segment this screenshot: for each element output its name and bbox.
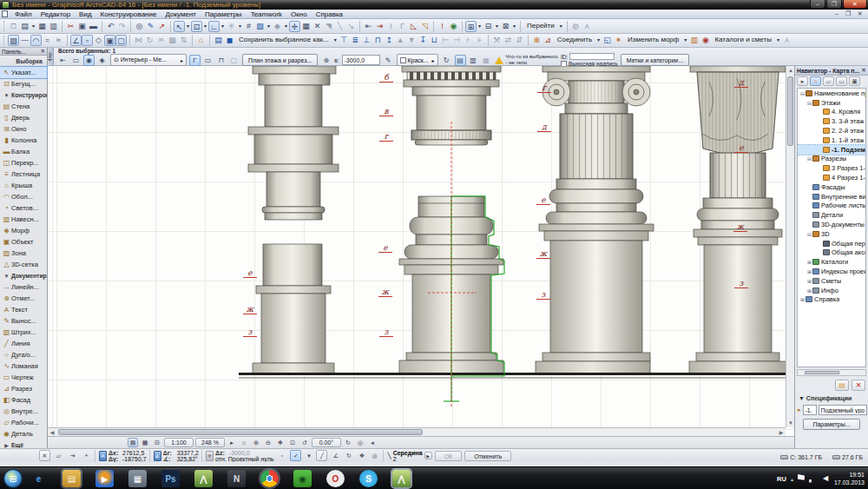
tree-item[interactable]: 3D-документы: [798, 220, 865, 229]
float-view[interactable]: ⊞: [465, 21, 477, 32]
sep1[interactable]: [62, 21, 62, 32]
distribute[interactable]: ⊓: [372, 35, 384, 46]
ok-button[interactable]: ОК: [435, 451, 463, 461]
toolbox-close-icon[interactable]: ✕: [41, 48, 45, 55]
action-center-icon[interactable]: [798, 474, 805, 483]
tracker-mini-button[interactable]: ▫: [276, 450, 287, 461]
angle-value[interactable]: 325,82°: [177, 456, 198, 462]
hotlink[interactable]: ⇵: [514, 35, 525, 46]
history-back[interactable]: ◂: [367, 438, 378, 447]
quick-options[interactable]: ⊟: [152, 438, 162, 447]
menu-item[interactable]: Окно: [286, 10, 312, 18]
toolbox-tool[interactable]: ▼ Конструиров: [0, 89, 47, 101]
tree-item[interactable]: 4. Кровля: [798, 108, 865, 117]
goto-arrow[interactable]: ▾: [558, 21, 564, 32]
scroll-right-icon[interactable]: ▶: [777, 428, 786, 436]
menu-item[interactable]: Teamwork: [247, 10, 286, 18]
toolbox-tool[interactable]: ✎ Вынос...: [0, 315, 47, 327]
prev-view[interactable]: ⇤: [363, 21, 374, 32]
tree-expander-icon[interactable]: ⊞: [806, 259, 812, 265]
tree-expander-icon[interactable]: ⊟: [806, 100, 812, 106]
vscroll-thumb[interactable]: [787, 76, 793, 146]
tree-item[interactable]: ⊞ Справка: [798, 295, 865, 305]
cut[interactable]: ✂: [65, 21, 76, 32]
story-number-input[interactable]: [803, 405, 817, 415]
angle-mode[interactable]: ∠: [70, 35, 82, 46]
nero[interactable]: N: [227, 470, 246, 487]
order-last[interactable]: ⊔: [429, 35, 440, 46]
float-view-arrow[interactable]: ▾: [477, 21, 483, 32]
ifc-mgr[interactable]: ◉: [700, 35, 711, 46]
marquee-arrow[interactable]: ▾: [202, 21, 208, 32]
redo[interactable]: ↷: [116, 21, 128, 32]
sep2[interactable]: [129, 35, 130, 46]
goto-label[interactable]: Перейти: [523, 21, 558, 32]
tree-item[interactable]: Внутренние виды: [798, 192, 865, 202]
multiply[interactable]: ▩: [167, 35, 178, 46]
toolbox-tool[interactable]: А Текст: [0, 304, 47, 315]
snap-grid[interactable]: ▦: [300, 21, 312, 32]
align-bot[interactable]: ⊥: [361, 35, 372, 46]
sep3[interactable]: [130, 21, 131, 32]
geometry-off[interactable]: ▢: [228, 55, 240, 66]
sep9[interactable]: [567, 21, 568, 32]
model-view-c[interactable]: ▦: [481, 55, 492, 66]
arrow-tool-arrow[interactable]: ▾: [185, 21, 191, 32]
copy[interactable]: ▣: [76, 21, 88, 32]
toolbox-tool[interactable]: ⊿ Разрез: [0, 383, 47, 394]
save[interactable]: ▦: [36, 21, 48, 32]
bookmark-views[interactable]: ▤: [128, 438, 138, 447]
toolbox-tool[interactable]: ▬ Балка: [0, 146, 47, 157]
xref[interactable]: ⇄: [503, 35, 514, 46]
tree-item[interactable]: Общая аксоно: [798, 248, 865, 258]
open[interactable]: ▤: [19, 21, 30, 32]
node-mode[interactable]: ▫: [82, 35, 93, 46]
fill-mode[interactable]: ▣: [104, 35, 115, 46]
dx-value[interactable]: 27612,5: [122, 450, 144, 456]
pen-icon[interactable]: ✎: [383, 55, 394, 66]
delete-item-button[interactable]: ✕: [852, 380, 865, 391]
scroll-left-icon[interactable]: ◀: [48, 428, 56, 436]
toolbox-tool[interactable]: ↔ Линейн...: [0, 281, 47, 293]
id-input[interactable]: [569, 53, 615, 60]
tree-expander-icon[interactable]: ⊟: [806, 155, 812, 162]
fav-folder[interactable]: ▭: [70, 55, 82, 66]
volume-icon[interactable]: ◀: [821, 474, 830, 483]
tree-item[interactable]: ⊟ Этажи: [798, 98, 865, 108]
tree-item[interactable]: ⊟ Наименование проекта: [798, 89, 865, 98]
tree-expander-icon[interactable]: ⊞: [806, 268, 812, 274]
coord-toggle[interactable]: ✓: [290, 450, 301, 461]
window-2-arrow[interactable]: ▾: [494, 21, 500, 32]
toolbox-tool[interactable]: ▥ Навесн...: [0, 214, 47, 225]
arrow-tool[interactable]: ↖: [174, 21, 185, 32]
split-arrow[interactable]: ▾: [237, 21, 243, 32]
tree-item[interactable]: 2. 2-й этаж: [798, 126, 865, 135]
selection-settings[interactable]: ◉: [83, 55, 95, 66]
order-front[interactable]: ↥: [384, 35, 395, 46]
sep8[interactable]: [520, 21, 521, 32]
fit-view[interactable]: ◎: [355, 438, 365, 447]
toolbox-tool[interactable]: ▼ Документир: [0, 270, 47, 281]
wavy-mode[interactable]: ≈: [53, 35, 64, 46]
find-select[interactable]: ◎: [134, 21, 145, 32]
solid-ops[interactable]: ⊗: [531, 35, 542, 46]
sep2[interactable]: [102, 21, 102, 32]
calculator[interactable]: ▦: [128, 470, 147, 487]
view-map[interactable]: ▱: [823, 76, 834, 86]
toolbox-tool[interactable]: ⊕ Отмет...: [0, 293, 47, 304]
toolbox-tool[interactable]: ▤ Стена: [0, 101, 47, 112]
coord-arrow[interactable]: ▾: [303, 450, 314, 461]
unlock[interactable]: ⊧: [474, 35, 485, 46]
align-top[interactable]: ⊤: [339, 35, 350, 46]
jump-ref[interactable]: ⇥: [67, 450, 78, 461]
paste[interactable]: ▬: [88, 21, 99, 32]
layers-arrow[interactable]: ▾: [266, 21, 272, 32]
toolbox-tool[interactable]: △ 3D-сетка: [0, 259, 47, 270]
split[interactable]: ✳: [226, 21, 237, 32]
menu-item[interactable]: Редактор: [36, 10, 75, 18]
toolbox-tool[interactable]: ▣ Объект: [0, 236, 47, 248]
menu-item[interactable]: Файл: [10, 10, 36, 18]
tree-item[interactable]: ⊟ Разрезы: [798, 155, 865, 164]
toolbox-tool[interactable]: ◧ Фасад: [0, 394, 47, 406]
elevation-input[interactable]: [342, 55, 380, 65]
